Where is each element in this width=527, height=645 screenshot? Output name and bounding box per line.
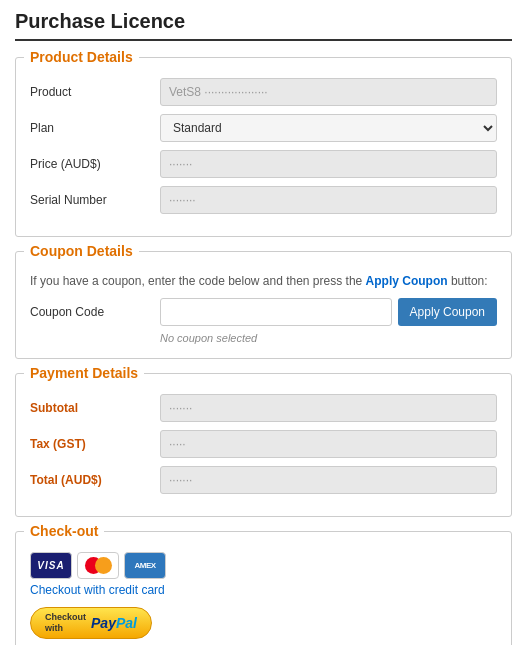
plan-label: Plan [30,121,160,135]
price-label: Price (AUD$) [30,157,160,171]
tax-label: Tax (GST) [30,437,160,451]
tax-input [160,430,497,458]
product-details-legend: Product Details [24,49,139,65]
price-input [160,150,497,178]
total-label: Total (AUD$) [30,473,160,487]
subtotal-row: Subtotal [30,394,497,422]
price-row: Price (AUD$) [30,150,497,178]
coupon-details-section: Coupon Details If you have a coupon, ent… [15,251,512,359]
visa-icon: VISA [30,552,72,579]
checkout-credit-card-link[interactable]: Checkout with credit card [30,583,497,597]
plan-row: Plan Standard [30,114,497,142]
plan-select[interactable]: Standard [160,114,497,142]
subtotal-input [160,394,497,422]
card-logos: VISA AMEX [30,552,497,579]
serial-input [160,186,497,214]
paypal-logo: PayPal [91,615,137,631]
page-title: Purchase Licence [15,10,512,41]
serial-row: Serial Number [30,186,497,214]
total-input [160,466,497,494]
mastercard-icon [77,552,119,579]
subtotal-label: Subtotal [30,401,160,415]
paypal-text: Checkout with [45,612,86,634]
total-row: Total (AUD$) [30,466,497,494]
payment-details-section: Payment Details Subtotal Tax (GST) Total… [15,373,512,517]
serial-label: Serial Number [30,193,160,207]
product-input [160,78,497,106]
product-details-section: Product Details Product Plan Standard Pr… [15,57,512,237]
paypal-button[interactable]: Checkout with PayPal [30,607,152,639]
no-coupon-text: No coupon selected [160,332,497,344]
apply-coupon-button[interactable]: Apply Coupon [398,298,497,326]
tax-row: Tax (GST) [30,430,497,458]
product-label: Product [30,85,160,99]
apply-coupon-text-ref: Apply Coupon [366,274,448,288]
payment-details-legend: Payment Details [24,365,144,381]
product-row: Product [30,78,497,106]
coupon-code-label: Coupon Code [30,305,160,319]
coupon-code-input[interactable] [160,298,392,326]
checkout-legend: Check-out [24,523,104,539]
checkout-section: Check-out VISA AMEX Checkout with credit… [15,531,512,645]
coupon-info-text: If you have a coupon, enter the code bel… [30,272,497,290]
coupon-details-legend: Coupon Details [24,243,139,259]
amex-icon: AMEX [124,552,166,579]
coupon-code-row: Coupon Code Apply Coupon [30,298,497,326]
